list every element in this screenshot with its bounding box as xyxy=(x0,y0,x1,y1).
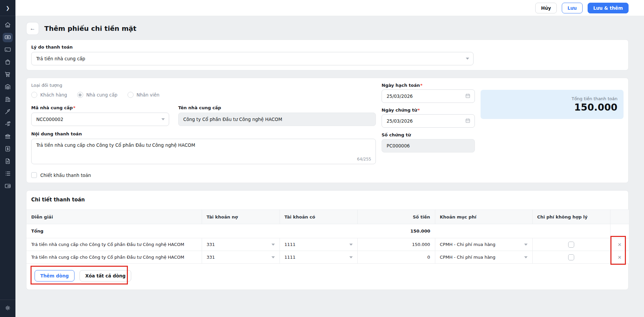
total-amount-label: Tổng tiền thanh toán xyxy=(572,96,617,101)
table-row: Trả tiền nhà cung cấp cho Công ty Cổ phầ… xyxy=(27,238,629,251)
sidebar-item-bank-card[interactable] xyxy=(3,45,13,55)
sidebar-item-sales[interactable] xyxy=(3,58,13,67)
radio-label: Nhân viên xyxy=(137,92,159,98)
supplier-name-field: Tên nhà cung cấp Công ty Cổ phần Đầu tư … xyxy=(178,105,376,126)
save-and-add-button[interactable]: Lưu & thêm xyxy=(588,3,629,13)
sidebar-item-wallet[interactable] xyxy=(3,182,13,191)
back-button[interactable]: ← xyxy=(26,22,39,35)
sidebar-item-warehouse[interactable] xyxy=(3,82,13,92)
expense-category-select[interactable]: CPMH - Chi phí mua hàng xyxy=(440,255,528,260)
add-row-button[interactable]: Thêm dòng xyxy=(35,270,75,281)
bank-icon xyxy=(4,133,11,141)
sidebar-item-invoice[interactable] xyxy=(3,144,13,154)
sidebar-item-tools[interactable] xyxy=(3,107,13,117)
sidebar-item-settings[interactable] xyxy=(3,304,13,313)
radio-option-supplier: Nhà cung cấp xyxy=(77,92,117,98)
sidebar-item-home[interactable] xyxy=(3,20,13,30)
supplier-name-input: Công ty Cổ phần Đầu tư Công nghệ HACOM xyxy=(178,113,376,126)
banknote-icon xyxy=(4,34,11,42)
posting-date-value: 25/03/2026 xyxy=(387,93,413,99)
chevron-down-icon xyxy=(524,256,528,258)
total-row-label: Tổng xyxy=(27,224,202,238)
radio-icon xyxy=(77,92,83,98)
supplier-code-value: NCC000002 xyxy=(36,117,63,122)
payment-detail-table: Diễn giải Tài khoản nợ Tài khoản có Số t… xyxy=(27,209,629,264)
chevron-down-icon xyxy=(349,256,353,258)
posting-date-input[interactable]: 25/03/2026 xyxy=(382,89,475,103)
chevron-down-icon xyxy=(349,244,353,246)
radio-icon xyxy=(31,92,37,98)
row-amount[interactable]: 150.000 xyxy=(357,238,435,251)
payment-reason-label: Lý do thanh toán xyxy=(31,45,624,50)
payment-detail-card: Chi tiết thanh toán Diễn giải Tài khoản … xyxy=(26,190,629,290)
main-content: ← Thêm phiếu chi tiền mặt Lý do thanh to… xyxy=(15,16,644,317)
payment-content-textarea[interactable]: Trả tiền nhà cung cấp cho Công ty Cổ phầ… xyxy=(31,139,376,164)
credit-card-icon xyxy=(4,46,11,54)
delete-row-button[interactable]: × xyxy=(618,254,622,260)
sidebar-item-list[interactable] xyxy=(3,169,13,179)
page-title: Thêm phiếu chi tiền mặt xyxy=(44,24,136,33)
info-right-column: Ngày hạch toán* 25/03/2026 Ngày chứng từ… xyxy=(382,83,475,157)
object-type-radio-group: Khách hàng Nhà cung cấp Nhân viên xyxy=(31,92,376,98)
debit-account-select[interactable]: 331 xyxy=(207,255,275,260)
discount-checkbox[interactable] xyxy=(31,172,37,178)
sidebar-item-company[interactable] xyxy=(3,95,13,104)
save-button[interactable]: Lưu xyxy=(562,3,583,13)
radio-icon xyxy=(128,92,134,98)
delete-all-rows-button[interactable]: Xóa tất cả dòng xyxy=(80,270,131,281)
close-icon: × xyxy=(618,241,622,248)
total-amount-box: Tổng tiền thanh toán 150.000 xyxy=(481,90,624,119)
document-date-value: 25/03/2026 xyxy=(387,118,413,124)
object-type-label: Loại đối tượng xyxy=(31,83,376,88)
document-number-value: PC000006 xyxy=(387,143,410,148)
sidebar-item-purchase[interactable] xyxy=(3,70,13,79)
supplier-name-value: Công ty Cổ phần Đầu tư Công nghệ HACOM xyxy=(183,117,282,122)
list-icon xyxy=(4,170,11,178)
payment-reason-card: Lý do thanh toán Trả tiền nhà cung cấp xyxy=(26,40,629,70)
credit-account-select[interactable]: 1111 xyxy=(285,255,353,260)
sidebar-item-documents[interactable] xyxy=(3,157,13,166)
gear-icon xyxy=(4,305,11,312)
funnel-icon xyxy=(4,108,11,116)
invalid-expense-checkbox[interactable] xyxy=(568,254,574,260)
col-actions xyxy=(610,210,629,224)
sidebar-item-cash[interactable] xyxy=(3,33,13,42)
row-amount[interactable]: 0 xyxy=(357,251,435,264)
wallet-icon xyxy=(4,183,11,190)
debit-account-select[interactable]: 331 xyxy=(207,242,275,247)
delete-row-button[interactable]: × xyxy=(618,242,622,248)
posting-date-field: Ngày hạch toán* 25/03/2026 xyxy=(382,83,475,103)
building-icon xyxy=(4,96,11,104)
chevron-down-icon xyxy=(161,118,165,120)
document-icon xyxy=(4,158,11,166)
discount-checkbox-label: Chiết khấu thanh toán xyxy=(40,173,91,178)
table-actions: Thêm dòng Xóa tất cả dòng xyxy=(35,270,628,281)
sidebar-item-bank[interactable] xyxy=(3,132,13,141)
sidebar-item-loans[interactable] xyxy=(3,120,13,129)
row-description: Trả tiền nhà cung cấp cho Công ty Cổ phầ… xyxy=(27,238,202,251)
supplier-code-select[interactable]: NCC000002 xyxy=(31,113,169,126)
supplier-code-field: Mã nhà cung cấp* NCC000002 xyxy=(31,105,169,126)
document-date-input[interactable]: 25/03/2026 xyxy=(382,114,475,128)
chevron-down-icon xyxy=(271,256,275,258)
title-row: ← Thêm phiếu chi tiền mặt xyxy=(15,16,644,35)
sidebar-nav xyxy=(0,16,15,191)
col-invalid-expense: Chi phí không hợp lý xyxy=(532,210,610,224)
payment-reason-select[interactable]: Trả tiền nhà cung cấp xyxy=(31,52,474,65)
credit-account-select[interactable]: 1111 xyxy=(285,242,353,247)
sidebar: ❯ xyxy=(0,0,15,317)
sidebar-expand-button[interactable]: ❯ xyxy=(3,3,12,13)
calendar-icon xyxy=(465,118,470,124)
info-left-column: Loại đối tượng Khách hàng Nhà cung cấp N… xyxy=(31,83,376,178)
invoice-dollar-icon xyxy=(4,145,11,153)
required-asterisk: * xyxy=(417,108,420,113)
cancel-button[interactable]: Hủy xyxy=(535,3,557,13)
discount-checkbox-row[interactable]: Chiết khấu thanh toán xyxy=(31,172,376,178)
col-expense-category: Khoản mục phí xyxy=(435,210,532,224)
expense-category-select[interactable]: CPMH - Chi phí mua hàng xyxy=(440,242,528,247)
posting-date-label: Ngày hạch toán* xyxy=(382,83,475,88)
radio-option-customer: Khách hàng xyxy=(31,92,67,98)
close-icon: × xyxy=(618,254,622,261)
invalid-expense-checkbox[interactable] xyxy=(568,242,574,248)
col-credit-account: Tài khoản có xyxy=(280,210,357,224)
